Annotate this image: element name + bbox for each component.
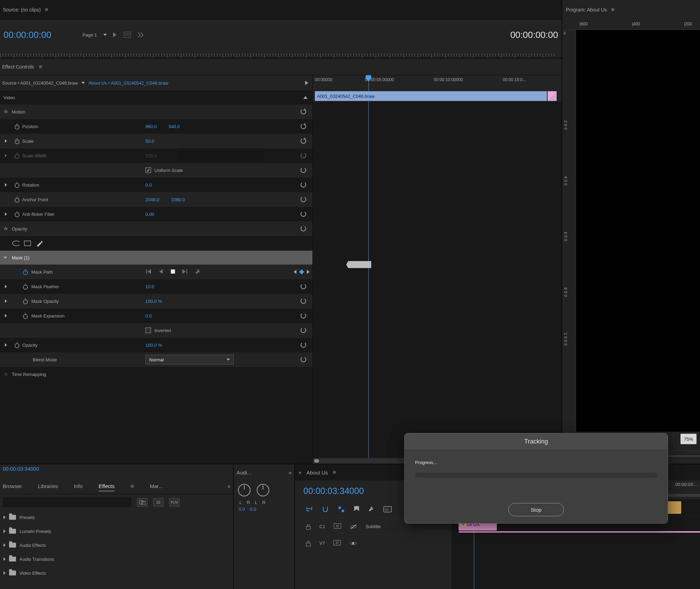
reset-icon[interactable] bbox=[300, 167, 307, 174]
v7-track-header[interactable]: V7 bbox=[295, 535, 452, 551]
linked-selection-icon[interactable] bbox=[337, 505, 345, 514]
pan-knob-right[interactable] bbox=[257, 484, 269, 496]
accelerated-badge[interactable] bbox=[137, 498, 148, 506]
expand-icon[interactable] bbox=[5, 299, 7, 303]
folder-audio-effects[interactable]: Audio Effects bbox=[0, 538, 233, 552]
expand-icon[interactable] bbox=[5, 285, 7, 288]
hamburger-icon[interactable] bbox=[130, 483, 134, 489]
sequence-name[interactable]: About Us bbox=[307, 470, 328, 476]
motion-row[interactable]: fx Motion bbox=[0, 104, 312, 119]
reset-icon[interactable] bbox=[300, 225, 307, 232]
video-section[interactable]: Video bbox=[0, 91, 312, 104]
wrench-icon[interactable] bbox=[195, 268, 201, 276]
scale-value[interactable]: 50.0 bbox=[145, 139, 154, 144]
rotation-value[interactable]: 0.0 bbox=[145, 182, 152, 188]
goto-play-icon[interactable] bbox=[305, 81, 308, 85]
folder-audio-transitions[interactable]: Audio Transitions bbox=[0, 552, 233, 566]
expand-icon[interactable] bbox=[5, 212, 7, 216]
effects-search-input[interactable] bbox=[3, 497, 132, 507]
lock-icon[interactable] bbox=[305, 540, 311, 547]
stopwatch-icon[interactable] bbox=[12, 123, 22, 129]
expand-icon[interactable] bbox=[5, 314, 7, 317]
reset-icon[interactable] bbox=[300, 181, 307, 188]
lock-icon[interactable] bbox=[305, 524, 311, 530]
opacity-value[interactable]: 100.0 % bbox=[145, 343, 162, 348]
reset-icon[interactable] bbox=[300, 123, 307, 130]
reset-icon[interactable] bbox=[300, 341, 307, 348]
blend-mode-select[interactable]: Normal bbox=[145, 355, 234, 364]
expand-icon[interactable] bbox=[5, 139, 7, 143]
page-selector[interactable]: Page 1 bbox=[82, 32, 116, 38]
reset-icon[interactable] bbox=[300, 108, 307, 115]
stopwatch-icon[interactable] bbox=[22, 283, 29, 290]
tab-info[interactable]: Info bbox=[74, 483, 83, 489]
audio-panel-title[interactable]: Audi... bbox=[237, 470, 252, 476]
rect-mask-icon[interactable] bbox=[24, 239, 31, 247]
hamburger-icon[interactable] bbox=[45, 7, 48, 13]
collapse-up-icon[interactable] bbox=[303, 96, 308, 99]
antiflicker-value[interactable]: 0.00 bbox=[145, 212, 154, 217]
chevron-down-icon[interactable] bbox=[81, 82, 85, 84]
folder-presets[interactable]: Presets bbox=[0, 510, 233, 524]
magnet-icon[interactable] bbox=[321, 505, 329, 514]
expand-icon[interactable] bbox=[5, 343, 7, 347]
prev-keyframe-icon[interactable] bbox=[294, 270, 296, 274]
hamburger-icon[interactable] bbox=[333, 469, 336, 476]
folder-lumetri[interactable]: Lumetri Presets bbox=[0, 524, 233, 538]
overflow-icon[interactable]: » bbox=[228, 483, 230, 489]
pan-knob-left[interactable] bbox=[238, 484, 250, 496]
play-icon[interactable] bbox=[113, 32, 117, 37]
keyframe-pane[interactable]: 00:00000 00:00:05:00000 00:00:10:00000 0… bbox=[312, 75, 562, 464]
chevron-down-icon[interactable] bbox=[3, 257, 7, 259]
overflow-icon[interactable]: » bbox=[289, 470, 292, 476]
stopwatch-icon[interactable] bbox=[22, 298, 29, 304]
mask-opacity-value[interactable]: 100.0 % bbox=[145, 299, 162, 304]
breadcrumb-sequence[interactable]: About Us • A001_03240542_C046.braw bbox=[88, 80, 168, 86]
stopwatch-icon[interactable] bbox=[12, 182, 22, 188]
pan-value-left[interactable]: 0.0 bbox=[239, 506, 245, 512]
position-y[interactable]: 540.0 bbox=[169, 124, 180, 129]
source-ruler[interactable] bbox=[0, 50, 562, 58]
pen-mask-icon[interactable] bbox=[35, 239, 43, 247]
reset-icon[interactable] bbox=[300, 196, 307, 203]
keyframe-ruler[interactable]: 00:00000 00:00:05:00000 00:00:10:00000 0… bbox=[313, 75, 562, 91]
tab-effects[interactable]: Effects bbox=[99, 483, 115, 489]
mask-feather-value[interactable]: 10.0 bbox=[145, 284, 154, 289]
program-ruler-h[interactable]: |600 |400 |200 bbox=[562, 19, 700, 30]
marker-icon[interactable] bbox=[353, 505, 360, 514]
breadcrumb-source[interactable]: Source • A001_03240542_C046.braw bbox=[2, 80, 78, 86]
stopwatch-icon[interactable] bbox=[12, 342, 22, 348]
ec-bottom-timecode[interactable]: 00:00:03:34000 bbox=[0, 464, 233, 478]
inverted-checkbox[interactable] bbox=[145, 328, 151, 333]
yuv-badge[interactable]: YUV bbox=[169, 498, 180, 506]
reset-icon[interactable] bbox=[300, 138, 307, 144]
keyframe-clip[interactable]: A001_03240542_C046.braw bbox=[315, 91, 547, 101]
stopwatch-icon[interactable] bbox=[12, 138, 22, 144]
tab-markers[interactable]: Mar... bbox=[150, 483, 163, 489]
stopwatch-icon[interactable] bbox=[12, 196, 22, 203]
source-timecode-in[interactable]: 00:00:00:00 bbox=[3, 30, 51, 40]
mask-header[interactable]: Mask (1) bbox=[0, 251, 312, 265]
playhead[interactable] bbox=[368, 75, 369, 464]
reset-icon[interactable] bbox=[300, 356, 307, 363]
list-icon[interactable] bbox=[124, 32, 131, 38]
track-stop-icon[interactable] bbox=[170, 269, 175, 275]
ellipse-mask-icon[interactable] bbox=[12, 239, 19, 247]
stopwatch-icon[interactable] bbox=[12, 211, 22, 217]
reset-icon[interactable] bbox=[300, 327, 307, 334]
captions-icon[interactable]: cc bbox=[383, 506, 392, 513]
source-timecode-out[interactable]: 00:00:00:00 bbox=[510, 30, 558, 40]
tab-libraries[interactable]: Libraries bbox=[38, 483, 58, 489]
reset-icon[interactable] bbox=[300, 298, 307, 305]
close-icon[interactable]: × bbox=[299, 470, 302, 476]
opacity-section-row[interactable]: fx Opacity bbox=[0, 221, 312, 236]
32bit-badge[interactable]: 32 bbox=[153, 498, 164, 506]
insert-overwrite-icon[interactable] bbox=[137, 32, 146, 38]
add-keyframe-icon[interactable] bbox=[299, 269, 304, 274]
reset-icon[interactable] bbox=[300, 312, 307, 319]
track-fwd-icon[interactable] bbox=[182, 269, 188, 275]
program-stage[interactable] bbox=[576, 30, 700, 432]
timeline-timecode[interactable]: 00:00:03:34000 bbox=[303, 486, 364, 496]
position-x[interactable]: 960.0 bbox=[145, 124, 157, 129]
track-back-end-icon[interactable] bbox=[146, 269, 152, 275]
